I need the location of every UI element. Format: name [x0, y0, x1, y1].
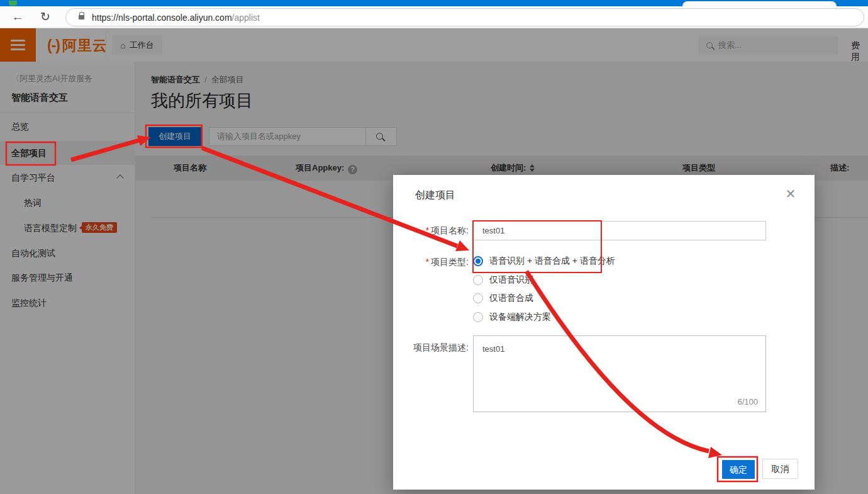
browser-toolbar: ← ↻ https://nls-portal.console.aliyun.co…	[0, 6, 868, 28]
radio-label: 仅语音识别	[489, 274, 533, 286]
radio-label: 语音识别 + 语音合成 + 语音分析	[489, 255, 615, 267]
project-desc-value: test01	[482, 344, 504, 354]
address-bar[interactable]: https://nls-portal.console.aliyun.com/ap…	[65, 8, 864, 26]
radio-icon[interactable]	[473, 275, 483, 285]
url-domain: https://nls-portal.console.aliyun.com	[92, 13, 232, 23]
browser-back-icon[interactable]: ←	[9, 8, 26, 26]
project-desc-label: 项目场景描述:	[399, 342, 469, 354]
radio-label: 设备端解决方案	[489, 312, 551, 323]
radio-option-device[interactable]: 设备端解决方案	[473, 311, 551, 323]
close-icon[interactable]: ✕	[782, 186, 799, 201]
radio-label: 仅语音合成	[489, 293, 533, 304]
tab-favicon-icon	[9, 1, 17, 6]
project-name-value: test01	[482, 226, 504, 235]
char-counter: 6/100	[737, 397, 758, 407]
project-name-field[interactable]: test01	[473, 221, 766, 240]
radio-option-full[interactable]: 语音识别 + 语音合成 + 语音分析	[473, 255, 615, 267]
browser-refresh-icon[interactable]: ↻	[36, 8, 54, 26]
create-project-modal: 创建项目 ✕ *项目名称: test01 *项目类型: 语音识别 + 语音合成 …	[393, 175, 815, 490]
url-path: /applist	[232, 13, 260, 23]
radio-option-tts-only[interactable]: 仅语音合成	[473, 292, 533, 305]
project-name-label: *项目名称:	[399, 225, 469, 237]
radio-selected-icon[interactable]	[473, 256, 483, 266]
required-mark: *	[426, 257, 429, 267]
project-desc-field[interactable]: test01 6/100	[473, 335, 766, 412]
radio-option-asr-only[interactable]: 仅语音识别	[473, 274, 533, 286]
radio-icon[interactable]	[473, 293, 483, 303]
confirm-button[interactable]: 确定	[722, 460, 755, 479]
lock-icon	[79, 15, 84, 20]
browser-titlebar	[0, 0, 868, 6]
required-mark: *	[426, 225, 429, 235]
screen: ← ↻ https://nls-portal.console.aliyun.co…	[0, 0, 868, 494]
modal-title: 创建项目	[415, 189, 455, 202]
active-browser-tab[interactable]	[682, 1, 837, 6]
cancel-button[interactable]: 取消	[762, 459, 798, 479]
project-type-label: *项目类型:	[399, 257, 469, 268]
radio-icon[interactable]	[473, 312, 483, 322]
